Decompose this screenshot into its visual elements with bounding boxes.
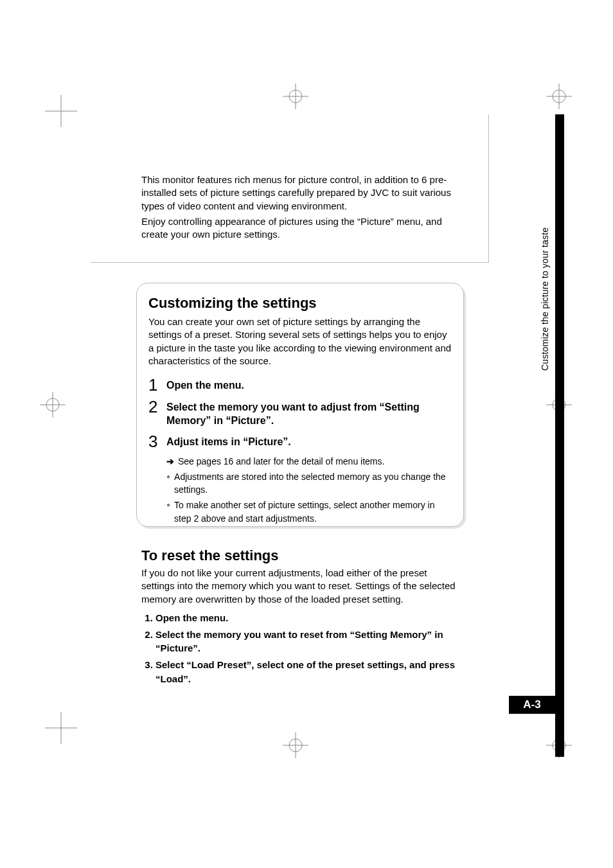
customizing-lead: You can create your own set of picture s… — [148, 315, 452, 368]
crop-mark-bottom-left — [45, 712, 77, 744]
step-number: 3 — [148, 433, 160, 450]
step-2: 2 Select the memory you want to adjust f… — [148, 398, 452, 428]
reset-step: Select “Load Preset”, select one of the … — [155, 658, 463, 686]
step-text: Select the memory you want to adjust fro… — [166, 398, 452, 428]
intro-paragraph-2: Enjoy controlling appearance of pictures… — [141, 215, 456, 242]
step-3-sub: ➔ See pages 16 and later for the detail … — [166, 455, 452, 525]
customizing-heading: Customizing the settings — [148, 295, 452, 312]
reset-section: To reset the settings If you do not like… — [141, 547, 463, 689]
page-number-badge: A-3 — [509, 696, 555, 714]
sub-bullet-text: Adjustments are stored into the selected… — [174, 470, 452, 497]
bullet-icon: ● — [166, 470, 170, 497]
reset-lead: If you do not like your current adjustme… — [141, 567, 463, 606]
svg-point-16 — [289, 739, 302, 752]
step-number: 1 — [148, 376, 160, 393]
sub-bullet-text: To make another set of picture settings,… — [174, 499, 452, 525]
bullet-icon: ● — [166, 499, 170, 525]
step-text: Adjust items in “Picture”. — [166, 433, 291, 450]
side-tab-label: Customize the picture to your taste — [540, 212, 550, 385]
step-text: Open the menu. — [166, 376, 244, 393]
step-3: 3 Adjust items in “Picture”. — [148, 433, 452, 450]
svg-point-8 — [46, 398, 59, 411]
registration-mark-top — [283, 84, 308, 109]
crop-mark-top-left — [45, 95, 77, 127]
reset-step-text: Select “Load Preset”, select one of the … — [155, 659, 455, 684]
registration-mark-bottom — [283, 732, 308, 758]
reset-heading: To reset the settings — [141, 547, 463, 564]
reset-step: Select the memory you want to reset from… — [155, 628, 463, 656]
page: Customize the picture to your taste This… — [0, 0, 613, 868]
sub-reference-text: See pages 16 and later for the detail of… — [178, 455, 384, 468]
registration-mark-top-right — [546, 84, 572, 109]
reset-step-text: Select the memory you want to reset from… — [155, 629, 443, 654]
intro-paragraph-1: This monitor features rich menus for pic… — [141, 173, 456, 213]
arrow-icon: ➔ — [166, 455, 174, 468]
svg-point-2 — [289, 90, 302, 103]
step-number: 2 — [148, 398, 160, 428]
svg-point-5 — [553, 90, 565, 103]
intro-text: This monitor features rich menus for pic… — [141, 173, 456, 244]
step-1: 1 Open the menu. — [148, 376, 452, 393]
side-black-bar — [555, 114, 564, 757]
side-tab: Customize the picture to your taste — [540, 212, 555, 385]
page-number: A-3 — [523, 698, 540, 711]
registration-mark-left — [40, 392, 66, 418]
reset-step-text: Open the menu. — [155, 612, 228, 623]
reset-steps: Open the menu. Select the memory you wan… — [141, 611, 463, 686]
reset-step: Open the menu. — [155, 611, 463, 625]
customizing-box: Customizing the settings You can create … — [136, 283, 464, 527]
